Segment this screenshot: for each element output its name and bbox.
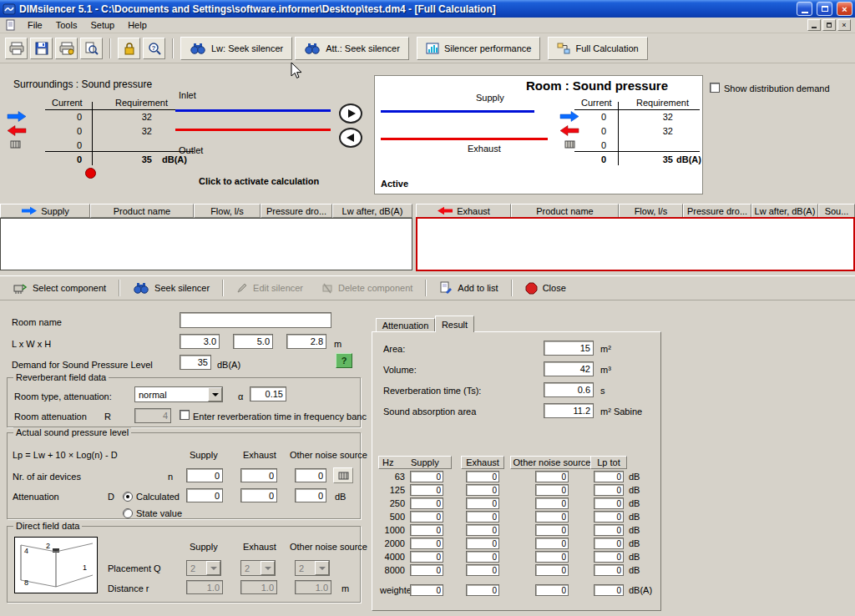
freq-input-other[interactable] [535,551,569,563]
flow-header-cell[interactable]: Flow, l/s [194,204,261,218]
tab-attenuation[interactable]: Attenuation [376,318,435,332]
attenuation-exhaust-input[interactable] [240,488,277,502]
width-input[interactable] [233,334,273,349]
freq-input-exhaust[interactable] [466,584,499,596]
sound-header-cell[interactable]: Sou... [818,204,855,218]
menu-tools[interactable]: Tools [49,18,84,32]
device-count-button[interactable] [333,467,353,483]
freq-input-supply[interactable] [410,584,443,596]
freq-input-lptot[interactable] [594,564,624,576]
lw-after-header-cell[interactable]: Lw after, dB(A) [332,204,412,218]
close-button[interactable]: × [837,2,852,16]
save-button[interactable] [30,38,53,59]
product-name-header-cell[interactable]: Product name [511,204,619,218]
lock-button[interactable] [118,38,140,59]
flow-header-cell[interactable]: Flow, l/s [619,204,683,218]
freq-input-lptot[interactable] [594,538,624,549]
alpha-input[interactable] [250,386,286,401]
devices-exhaust-input[interactable] [240,468,277,482]
freq-input-supply[interactable] [410,524,443,536]
edit-silencer-button[interactable]: Edit silencer [227,277,312,299]
chevron-down-icon[interactable] [208,387,222,401]
close-dialog-button[interactable]: Close [516,277,575,299]
freq-input-exhaust[interactable] [466,524,499,536]
mdi-minimize-button[interactable] [807,19,821,31]
freq-input-lptot[interactable] [594,584,624,596]
pressure-drop-header-cell[interactable]: Pressure dro... [261,204,332,218]
freq-input-supply[interactable] [410,471,443,482]
att-seek-silencer-button[interactable]: Att.: Seek silencer [295,37,409,60]
play-reverse-button[interactable] [339,128,362,148]
freq-input-supply[interactable] [410,538,443,549]
freq-input-lptot[interactable] [594,524,624,536]
freq-input-other[interactable] [535,524,569,536]
supply-component-list[interactable] [0,218,412,270]
freq-input-lptot[interactable] [594,511,624,523]
room-attenuation-input[interactable] [134,408,171,423]
silencer-performance-button[interactable]: Silencer performance [417,37,541,60]
freq-input-supply[interactable] [410,564,443,576]
frequency-band-checkbox[interactable] [180,410,190,420]
reverberation-time-input[interactable] [544,382,594,397]
lw-after-header-cell[interactable]: Lw after, dB(A) [751,204,818,218]
delete-component-button[interactable]: Delete component [312,277,422,299]
freq-input-other[interactable] [535,564,569,576]
full-calculation-button[interactable]: Full Calculation [548,37,647,60]
height-input[interactable] [286,334,326,349]
lw-seek-silencer-button[interactable]: Lw: Seek silencer [180,37,292,60]
room-type-dropdown[interactable]: normal [134,386,223,402]
chevron-down-icon[interactable] [261,561,275,575]
volume-input[interactable] [544,361,594,376]
freq-input-lptot[interactable] [594,471,624,482]
print-button[interactable] [5,38,28,59]
minimize-button[interactable] [797,2,812,16]
length-input[interactable] [180,334,220,349]
menu-setup[interactable]: Setup [83,18,121,32]
menu-file[interactable]: File [21,18,49,32]
help-button[interactable]: ? [336,353,352,368]
area-input[interactable] [544,341,594,356]
show-distribution-checkbox[interactable] [710,83,720,93]
print-preview-button[interactable] [80,38,103,59]
freq-input-exhaust[interactable] [466,497,499,509]
exhaust-component-list[interactable] [416,217,855,271]
distance-other-input[interactable] [295,580,331,594]
supply-header-cell[interactable]: Supply [0,204,90,218]
chevron-down-icon[interactable] [206,561,220,575]
placement-exhaust-dropdown[interactable]: 2 [240,560,276,576]
freq-input-other[interactable] [535,511,569,523]
tab-result[interactable]: Result [435,316,474,332]
freq-input-exhaust[interactable] [466,471,499,482]
add-to-list-button[interactable]: Add to list [430,277,507,299]
freq-input-exhaust[interactable] [466,564,499,576]
freq-input-supply[interactable] [410,484,443,496]
pressure-drop-header-cell[interactable]: Pressure dro... [683,204,751,218]
freq-input-other[interactable] [535,484,569,496]
activate-calculation-label[interactable]: Click to activate calculation [199,176,319,187]
placement-other-dropdown[interactable]: 2 [295,560,330,576]
product-name-header-cell[interactable]: Product name [90,204,194,218]
freq-input-lptot[interactable] [594,497,624,509]
freq-input-exhaust[interactable] [466,538,499,549]
freq-input-other[interactable] [535,584,569,596]
demand-input[interactable] [180,355,211,370]
freq-input-exhaust[interactable] [466,551,499,563]
mdi-close-button[interactable]: × [837,19,851,31]
placement-supply-dropdown[interactable]: 2 [186,560,221,576]
distance-supply-input[interactable] [186,580,223,594]
attenuation-supply-input[interactable] [186,488,223,502]
devices-supply-input[interactable] [186,468,223,482]
freq-input-supply[interactable] [410,511,443,523]
freq-input-other[interactable] [535,538,569,549]
chevron-down-icon[interactable] [315,561,329,575]
freq-input-exhaust[interactable] [466,484,499,496]
sound-absorption-input[interactable] [544,403,594,418]
attenuation-other-input[interactable] [295,488,326,502]
exhaust-header-cell[interactable]: Exhaust [416,204,511,218]
freq-input-supply[interactable] [410,551,443,563]
mdi-restore-button[interactable] [822,19,836,31]
select-component-button[interactable]: Select component [3,277,115,299]
calculated-radio[interactable] [123,492,133,502]
print-setup-button[interactable] [55,38,78,59]
restore-button[interactable] [817,2,832,16]
